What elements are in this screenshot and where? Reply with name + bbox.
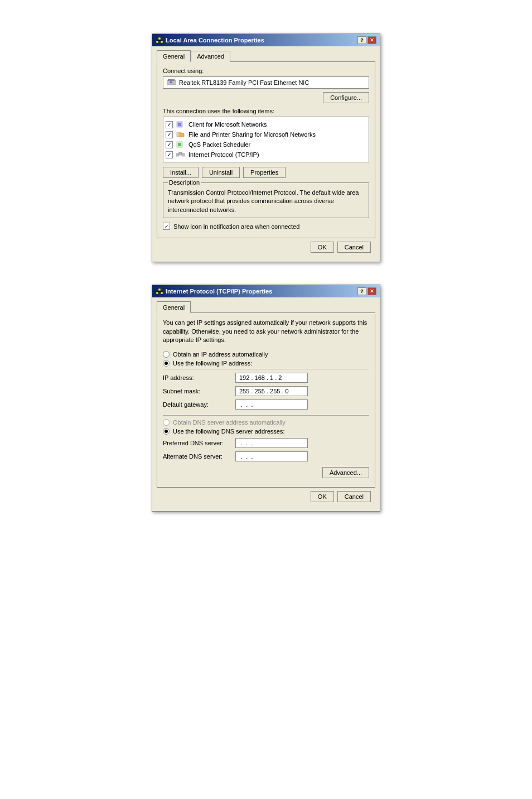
checkbox-filesharing[interactable]: ✓ bbox=[166, 131, 173, 138]
item-label-tcpip: Internet Protocol (TCP/IP) bbox=[188, 151, 259, 158]
tab-bar-2: General bbox=[157, 302, 375, 313]
radio-auto-ip-option[interactable]: Obtain an IP address automatically bbox=[163, 351, 369, 358]
ip-address-input[interactable] bbox=[235, 373, 308, 383]
gateway-input[interactable] bbox=[235, 399, 308, 410]
alternate-dns-row: Alternate DNS server: bbox=[163, 451, 369, 461]
advanced-row: Advanced... bbox=[163, 467, 369, 478]
title-bar-2: Internet Protocol (TCP/IP) Properties ? … bbox=[152, 285, 380, 297]
ok-button-2[interactable]: OK bbox=[311, 491, 334, 502]
checkbox-tcpip[interactable]: ✓ bbox=[166, 151, 173, 158]
description-legend: Description bbox=[168, 179, 201, 186]
help-button-2[interactable]: ? bbox=[357, 287, 366, 295]
ip-address-row: IP address: bbox=[163, 373, 369, 383]
radio-manual-dns-option[interactable]: Use the following DNS server addresses: bbox=[163, 428, 369, 435]
item-label-client: Client for Microsoft Networks bbox=[188, 121, 267, 128]
dialog1-title: Local Area Connection Properties bbox=[166, 37, 264, 44]
ok-cancel-row-2: OK Cancel bbox=[157, 488, 375, 507]
tab-general-1[interactable]: General bbox=[157, 50, 191, 62]
ok-button-1[interactable]: OK bbox=[311, 242, 334, 253]
preferred-dns-input[interactable] bbox=[235, 438, 308, 448]
tab-general-2[interactable]: General bbox=[157, 301, 191, 313]
checkbox-qos[interactable]: ✓ bbox=[166, 141, 173, 148]
ok-cancel-row-1: OK Cancel bbox=[157, 238, 375, 257]
radio-manual-dns-label: Use the following DNS server addresses: bbox=[173, 428, 285, 435]
svg-rect-12 bbox=[180, 133, 184, 137]
radio-manual-dns[interactable] bbox=[163, 428, 170, 435]
list-item: ✓ File and Printer Sharing for Microsoft… bbox=[166, 129, 366, 139]
svg-rect-1 bbox=[161, 41, 163, 43]
dns-section: Obtain DNS server address automatically … bbox=[163, 415, 369, 461]
preferred-dns-label: Preferred DNS server: bbox=[163, 440, 235, 446]
tcpip-icon bbox=[176, 151, 185, 158]
radio-manual-ip-option[interactable]: Use the following IP address: bbox=[163, 360, 369, 367]
configure-button[interactable]: Configure... bbox=[323, 92, 369, 103]
subnet-input[interactable] bbox=[235, 386, 308, 396]
title-bar-1: Local Area Connection Properties ? ✕ bbox=[152, 34, 380, 46]
radio-manual-ip-label: Use the following IP address: bbox=[173, 360, 252, 367]
local-area-connection-dialog: Local Area Connection Properties ? ✕ Gen… bbox=[152, 33, 380, 262]
subnet-row: Subnet mask: bbox=[163, 386, 369, 396]
subnet-label: Subnet mask: bbox=[163, 388, 235, 394]
tab-bar-1: General Advanced bbox=[157, 51, 375, 62]
tab-advanced-1[interactable]: Advanced bbox=[191, 51, 230, 62]
radio-auto-ip-label: Obtain an IP address automatically bbox=[173, 351, 268, 358]
alternate-dns-input[interactable] bbox=[235, 451, 308, 461]
network-icon-2 bbox=[156, 287, 163, 295]
items-list: ✓ Client for Microsoft Networks ✓ File a… bbox=[163, 117, 369, 162]
checkbox-show-icon[interactable]: ✓ bbox=[163, 223, 170, 230]
network-connection-icon bbox=[156, 36, 163, 44]
filesharing-icon bbox=[176, 131, 185, 138]
radio-manual-ip[interactable] bbox=[163, 360, 170, 367]
checkbox-client[interactable]: ✓ bbox=[166, 121, 173, 128]
gateway-row: Default gateway: bbox=[163, 399, 369, 410]
svg-rect-14 bbox=[178, 143, 181, 146]
ip-section: IP address: Subnet mask: Default gateway… bbox=[163, 369, 369, 410]
svg-rect-15 bbox=[176, 153, 179, 156]
properties-button[interactable]: Properties bbox=[243, 167, 286, 178]
dialog2-title: Internet Protocol (TCP/IP) Properties bbox=[166, 288, 272, 295]
radio-auto-dns[interactable] bbox=[163, 419, 170, 426]
item-label-qos: QoS Packet Scheduler bbox=[188, 141, 250, 148]
install-button[interactable]: Install... bbox=[163, 167, 199, 178]
qos-icon bbox=[176, 141, 185, 148]
svg-rect-21 bbox=[161, 292, 163, 294]
items-label: This connection uses the following items… bbox=[163, 108, 369, 114]
item-label-filesharing: File and Printer Sharing for Microsoft N… bbox=[188, 131, 316, 138]
client-icon bbox=[176, 121, 185, 128]
svg-rect-0 bbox=[156, 41, 158, 43]
svg-rect-17 bbox=[182, 153, 185, 156]
gateway-label: Default gateway: bbox=[163, 401, 235, 408]
radio-auto-dns-option[interactable]: Obtain DNS server address automatically bbox=[163, 419, 369, 426]
svg-rect-7 bbox=[168, 79, 175, 81]
adapter-box: Realtek RTL8139 Family PCI Fast Ethernet… bbox=[163, 76, 369, 89]
cancel-button-2[interactable]: Cancel bbox=[337, 491, 371, 502]
close-button-2[interactable]: ✕ bbox=[367, 287, 376, 295]
list-item: ✓ QoS Packet Scheduler bbox=[166, 139, 366, 150]
show-icon-label: Show icon in notification area when conn… bbox=[173, 223, 299, 230]
adapter-name: Realtek RTL8139 Family PCI Fast Ethernet… bbox=[179, 79, 309, 86]
close-button-1[interactable]: ✕ bbox=[367, 36, 376, 44]
alternate-dns-label: Alternate DNS server: bbox=[163, 453, 235, 460]
info-text: You can get IP settings assigned automat… bbox=[163, 319, 369, 344]
connect-using-label: Connect using: bbox=[163, 68, 369, 74]
ip-address-label: IP address: bbox=[163, 374, 235, 381]
adapter-icon bbox=[167, 79, 176, 86]
help-button-1[interactable]: ? bbox=[357, 36, 366, 44]
advanced-button[interactable]: Advanced... bbox=[322, 467, 369, 478]
svg-rect-8 bbox=[170, 81, 172, 83]
tab-content-2: You can get IP settings assigned automat… bbox=[157, 312, 375, 488]
list-item: ✓ Client for Microsoft Networks bbox=[166, 119, 366, 129]
svg-rect-22 bbox=[158, 288, 161, 291]
install-uninstall-row: Install... Uninstall Properties bbox=[163, 167, 369, 178]
description-text: Transmission Control Protocol/Internet P… bbox=[168, 186, 364, 214]
svg-rect-2 bbox=[158, 37, 161, 40]
radio-auto-ip[interactable] bbox=[163, 351, 170, 358]
svg-rect-20 bbox=[156, 292, 158, 294]
cancel-button-1[interactable]: Cancel bbox=[337, 242, 371, 253]
radio-auto-dns-label: Obtain DNS server address automatically bbox=[173, 419, 286, 426]
tab-content-1: Connect using: Realtek RTL8139 Family PC… bbox=[157, 61, 375, 238]
uninstall-button[interactable]: Uninstall bbox=[202, 167, 240, 178]
show-icon-row: ✓ Show icon in notification area when co… bbox=[163, 223, 369, 230]
preferred-dns-row: Preferred DNS server: bbox=[163, 438, 369, 448]
tcpip-properties-dialog: Internet Protocol (TCP/IP) Properties ? … bbox=[152, 285, 380, 512]
